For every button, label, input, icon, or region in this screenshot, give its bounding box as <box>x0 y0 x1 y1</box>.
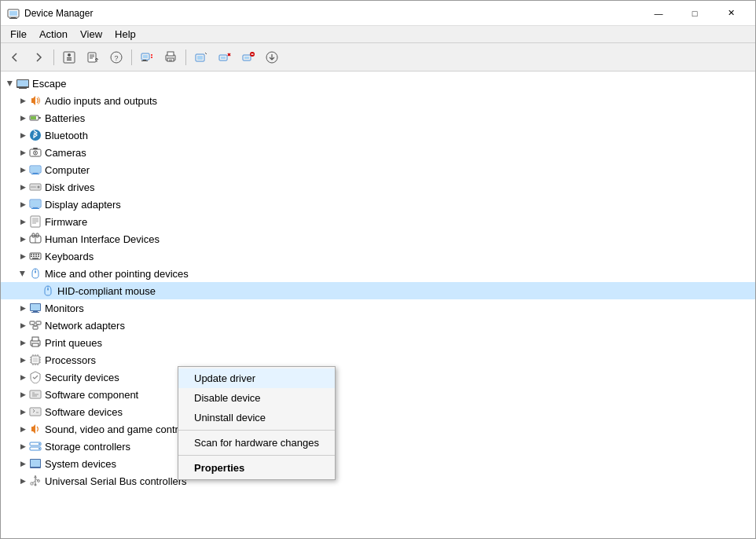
svg-rect-94 <box>32 343 39 346</box>
tree-softcomp[interactable]: ▶ Software component <box>1 386 755 403</box>
print-icon <box>29 336 42 349</box>
display-arrow: ▶ <box>17 198 29 211</box>
forward-button[interactable] <box>28 46 50 68</box>
svg-rect-55 <box>31 186 36 188</box>
tree-storage[interactable]: ▶ Storage controllers <box>1 438 755 455</box>
scan-button[interactable] <box>136 46 158 68</box>
tree-processors[interactable]: ▶ Proces <box>1 351 755 368</box>
tree-computer[interactable]: ▶ Computer <box>1 161 755 178</box>
window-title: Device Manager <box>24 8 640 19</box>
menu-file[interactable]: File <box>4 27 33 42</box>
tree-cameras[interactable]: ▶ Cameras <box>1 144 755 161</box>
tree-disk[interactable]: ▶ Disk drives <box>1 178 755 196</box>
help-button[interactable]: ? <box>105 46 127 68</box>
processors-icon <box>29 354 42 366</box>
tree-security[interactable]: ▶ Security devices <box>1 368 755 386</box>
toolbar-separator-1 <box>53 50 54 65</box>
system-label: System devices <box>45 458 116 470</box>
svg-rect-8 <box>88 53 96 62</box>
sound-arrow: ▶ <box>17 423 29 435</box>
security-icon <box>29 371 42 383</box>
tree-bluetooth[interactable]: ▶ Bluetooth <box>1 126 755 144</box>
properties-button[interactable] <box>58 46 80 68</box>
cameras-icon <box>29 146 42 159</box>
minimize-button[interactable]: — <box>640 1 677 26</box>
svg-point-119 <box>39 443 40 445</box>
security-arrow: ▶ <box>17 371 29 383</box>
tree-system[interactable]: ▶ System devices <box>1 455 755 472</box>
tree-print[interactable]: ▶ Print queues <box>1 334 755 351</box>
tree-display[interactable]: ▶ Display adapters <box>1 196 755 213</box>
svg-rect-18 <box>141 60 148 61</box>
monitors-arrow: ▶ <box>17 302 29 314</box>
device-tree[interactable]: ▶ Escape ▶ Audio inputs a <box>1 72 755 538</box>
ctx-update-driver[interactable]: Update driver <box>178 368 335 388</box>
tree-batteries[interactable]: ▶ Batteries <box>1 109 755 126</box>
download-button[interactable] <box>261 46 283 68</box>
tree-hid-mouse[interactable]: ▶ HID-compliant mouse <box>1 282 755 299</box>
keyboard-label: Keyboards <box>45 251 94 262</box>
audio-icon <box>29 94 42 107</box>
display-icon <box>29 198 42 211</box>
softdev-arrow: ▶ <box>17 405 29 418</box>
processors-label: Processors <box>45 354 96 366</box>
svg-rect-122 <box>31 460 40 467</box>
storage-arrow: ▶ <box>17 440 29 453</box>
svg-rect-25 <box>197 56 203 60</box>
svg-rect-85 <box>33 311 38 312</box>
tree-hid[interactable]: ▶ Human Interface Devices <box>1 230 755 248</box>
svg-rect-70 <box>31 254 32 255</box>
update-driver-button[interactable] <box>82 46 104 68</box>
cameras-arrow: ▶ <box>17 146 29 159</box>
softcomp-icon <box>29 388 42 401</box>
security-label: Security devices <box>45 372 119 383</box>
tree-keyboard[interactable]: ▶ Keyboards <box>1 248 755 265</box>
root-arrow: ▶ <box>4 77 17 90</box>
print-button[interactable] <box>160 46 182 68</box>
ctx-disable-device[interactable]: Disable device <box>178 388 335 408</box>
tree-audio[interactable]: ▶ Audio inputs and outputs <box>1 92 755 109</box>
title-bar: Device Manager — □ ✕ <box>1 1 755 26</box>
svg-point-82 <box>47 288 49 290</box>
menu-view[interactable]: View <box>74 27 108 42</box>
menu-help[interactable]: Help <box>108 27 142 42</box>
tree-monitors[interactable]: ▶ Monitors <box>1 299 755 317</box>
storage-icon <box>29 440 42 453</box>
svg-rect-7 <box>67 59 72 60</box>
tree-sound[interactable]: ▶ Sound, video and game controllers <box>1 420 755 438</box>
svg-rect-2 <box>11 17 16 18</box>
ctx-properties[interactable]: Properties <box>178 458 335 478</box>
svg-rect-28 <box>221 57 226 59</box>
ctx-scan-hardware[interactable]: Scan for hardware changes <box>178 433 335 453</box>
tree-usb[interactable]: ▶ Universal Serial Bus controllers <box>1 472 755 490</box>
uninstall-button[interactable] <box>237 46 259 68</box>
svg-rect-37 <box>17 80 28 86</box>
tree-network[interactable]: ▶ Network adapters <box>1 317 755 334</box>
properties2-button[interactable] <box>190 46 212 68</box>
softcomp-label: Software component <box>45 389 138 401</box>
back-button[interactable] <box>4 46 26 68</box>
svg-rect-32 <box>244 57 249 59</box>
tree-softdev[interactable]: ▶ Software devices <box>1 403 755 420</box>
svg-rect-75 <box>33 256 35 258</box>
close-button[interactable]: ✕ <box>713 1 749 26</box>
tree-mice[interactable]: ▶ Mice and other pointing devices <box>1 265 755 282</box>
ctx-uninstall-device[interactable]: Uninstall device <box>178 408 335 427</box>
firmware-label: Firmware <box>45 216 87 228</box>
toolbar-separator-3 <box>185 50 186 65</box>
disable-button[interactable] <box>214 46 236 68</box>
svg-rect-89 <box>33 326 38 329</box>
app-icon <box>7 7 20 20</box>
maximize-button[interactable]: □ <box>677 1 713 26</box>
hid-mouse-label: HID-compliant mouse <box>57 285 156 297</box>
svg-rect-6 <box>67 57 72 59</box>
menu-action[interactable]: Action <box>33 27 74 42</box>
tree-root[interactable]: ▶ Escape <box>1 75 755 92</box>
tree-firmware[interactable]: ▶ Firmware <box>1 213 755 230</box>
root-label: Escape <box>32 78 66 90</box>
usb-arrow: ▶ <box>17 475 29 487</box>
svg-rect-96 <box>33 358 38 362</box>
svg-rect-1 <box>9 11 17 16</box>
computer-arrow: ▶ <box>17 163 29 176</box>
computer-icon <box>29 163 42 176</box>
